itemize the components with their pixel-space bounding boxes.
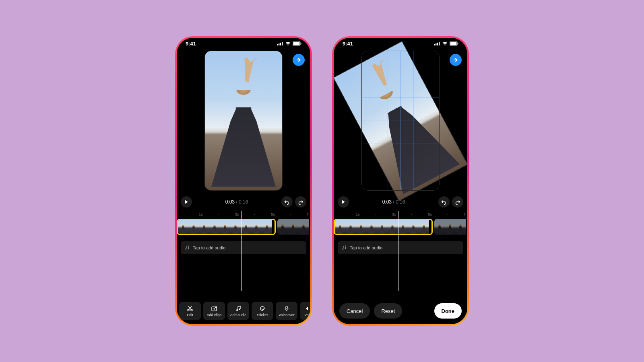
status-indicators <box>434 41 458 46</box>
ruler-tick: 1s <box>356 212 360 216</box>
svg-point-15 <box>261 308 262 309</box>
ruler-tick: 3s <box>392 212 396 216</box>
clip[interactable] <box>277 219 310 235</box>
add-audio-label: Tap to add audio <box>193 245 225 250</box>
play-button[interactable] <box>181 196 192 208</box>
time-display: 0:03 / 0:16 <box>194 199 279 205</box>
playhead[interactable] <box>398 211 398 291</box>
svg-rect-24 <box>458 43 458 44</box>
undo-icon <box>284 199 290 205</box>
svg-rect-20 <box>437 43 438 45</box>
reset-button[interactable]: Reset <box>374 303 402 319</box>
done-button[interactable]: Done <box>434 303 462 319</box>
playhead[interactable] <box>241 211 242 291</box>
crop-grid <box>362 51 439 190</box>
status-time: 9:41 <box>186 41 196 47</box>
svg-rect-19 <box>436 43 437 45</box>
timeline[interactable] <box>334 218 467 236</box>
next-button[interactable] <box>293 54 305 66</box>
preview-image <box>205 51 282 190</box>
svg-point-25 <box>343 249 344 250</box>
playback-row: 0:03 / 0:16 <box>177 193 310 211</box>
tool-edit[interactable]: Edit <box>179 302 201 320</box>
undo-button[interactable] <box>281 196 293 208</box>
tool-voiceover[interactable]: Voiceover <box>276 302 297 320</box>
preview-frame[interactable] <box>204 51 283 191</box>
ruler-tick: 3s <box>235 212 239 216</box>
current-time: 0:03 <box>225 199 235 205</box>
ruler-tick: 5s <box>271 212 275 216</box>
tool-add-audio[interactable]: Add audio <box>227 302 249 320</box>
clip-selected[interactable] <box>177 219 276 235</box>
arrow-right-icon <box>453 57 458 63</box>
svg-rect-3 <box>282 42 283 45</box>
music-note-icon <box>185 245 190 250</box>
screen: 9:41 0:03 / <box>177 38 310 324</box>
action-bar: Cancel Reset Done <box>339 303 462 319</box>
next-button[interactable] <box>450 54 462 66</box>
cellular-icon <box>434 41 440 45</box>
redo-button[interactable] <box>295 196 306 208</box>
cancel-button[interactable]: Cancel <box>339 303 370 319</box>
status-indicators <box>277 41 301 46</box>
add-clip-icon <box>211 305 217 312</box>
toolbar: Edit Add clips Add audio Sticker Voiceov… <box>179 302 310 320</box>
tool-label: Volu <box>304 313 310 317</box>
tool-label: Add audio <box>230 313 247 317</box>
scissors-icon <box>187 305 193 312</box>
svg-rect-21 <box>439 42 440 45</box>
crop-frame[interactable] <box>361 51 440 191</box>
sticker-icon <box>259 305 266 312</box>
clip-selected[interactable] <box>334 219 433 235</box>
speaker-icon <box>305 305 310 312</box>
status-bar: 9:41 <box>177 38 310 49</box>
svg-point-10 <box>191 309 192 311</box>
svg-point-16 <box>263 308 264 309</box>
cellular-icon <box>277 41 283 45</box>
svg-rect-18 <box>434 44 435 45</box>
svg-rect-2 <box>280 43 281 45</box>
add-audio-row[interactable]: Tap to add audio <box>338 241 463 254</box>
redo-button[interactable] <box>452 196 463 208</box>
svg-point-14 <box>239 309 240 310</box>
timeline[interactable] <box>177 218 310 236</box>
music-note-icon <box>342 245 347 250</box>
add-audio-label: Tap to add audio <box>350 245 382 250</box>
time-display: 0:03 / 0:16 <box>351 199 436 205</box>
ruler-tick: 1s <box>199 212 203 216</box>
svg-rect-6 <box>301 43 301 44</box>
play-icon <box>184 200 188 204</box>
svg-point-26 <box>345 248 346 249</box>
status-time: 9:41 <box>343 41 353 47</box>
timeline-ruler: 1s 3s 5s 7 <box>177 211 310 218</box>
svg-point-7 <box>186 249 187 250</box>
duration: 0:16 <box>239 199 248 205</box>
tool-label: Add clips <box>207 313 222 317</box>
tool-add-clips[interactable]: Add clips <box>203 302 225 320</box>
svg-rect-0 <box>277 44 278 45</box>
mic-icon <box>283 305 290 312</box>
add-audio-icon <box>235 305 242 312</box>
redo-icon <box>455 199 460 205</box>
svg-rect-17 <box>286 306 287 309</box>
ruler-tick: 5s <box>428 212 432 216</box>
svg-point-9 <box>188 309 189 311</box>
svg-rect-23 <box>450 42 457 45</box>
ruler-tick: 7 <box>307 212 309 216</box>
play-button[interactable] <box>338 196 349 208</box>
phone-mockup-crop: 9:41 <box>332 36 469 326</box>
undo-button[interactable] <box>438 196 450 208</box>
current-time: 0:03 <box>382 199 392 205</box>
tool-label: Sticker <box>257 313 268 317</box>
timeline-ruler: 1s 3s 5s 7 <box>334 211 467 218</box>
tool-volume[interactable]: Volu <box>300 302 310 320</box>
tool-label: Voiceover <box>279 313 295 317</box>
tool-sticker[interactable]: Sticker <box>252 302 273 320</box>
clip[interactable] <box>434 219 467 235</box>
crop-area <box>334 49 467 193</box>
ruler-tick: 7 <box>464 212 466 216</box>
svg-point-8 <box>188 248 189 249</box>
screen: 9:41 <box>334 38 467 324</box>
add-audio-row[interactable]: Tap to add audio <box>181 241 306 254</box>
phone-mockup-editor: 9:41 0:03 / <box>175 36 312 326</box>
